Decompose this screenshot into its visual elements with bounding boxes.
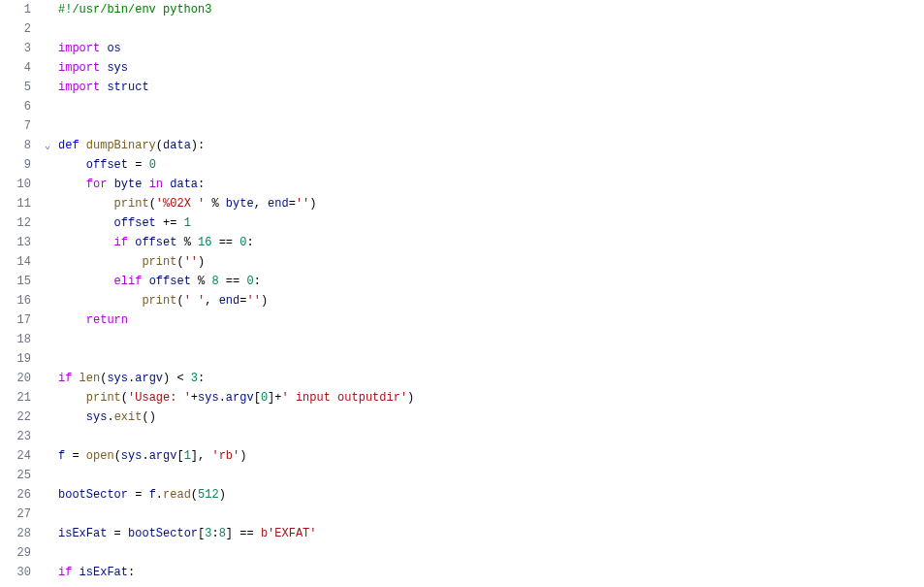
token-punct: :	[246, 236, 253, 249]
code-line[interactable]	[58, 427, 924, 446]
token-op: ==	[211, 236, 239, 249]
token-kw-ctrl: for	[86, 178, 108, 191]
token-str: 'Usage: '	[128, 391, 191, 405]
token-punct: .	[156, 488, 163, 502]
token-op	[107, 178, 113, 191]
fold-column[interactable]: ⌄	[39, 0, 56, 587]
token-punct: )	[219, 488, 226, 502]
token-ident: sys	[107, 372, 128, 385]
line-number: 13	[0, 233, 31, 252]
code-line[interactable]: print('')	[58, 252, 924, 272]
token-op	[58, 236, 114, 249]
token-punct: (	[191, 488, 198, 502]
token-punct: ,	[205, 294, 218, 308]
line-number: 5	[0, 78, 31, 97]
code-line[interactable]: print(' ', end='')	[58, 291, 924, 310]
line-number: 4	[0, 58, 31, 78]
token-punct: :	[211, 527, 218, 540]
code-line[interactable]	[58, 543, 924, 563]
token-ident: isExFat	[58, 527, 107, 540]
token-ident: bootSector	[58, 488, 128, 502]
token-punct: ] ==	[226, 527, 261, 540]
token-punct: :	[254, 275, 261, 288]
code-editor[interactable]: 1234567891011121314151617181920212223242…	[0, 0, 924, 587]
token-punct: .	[107, 410, 113, 424]
token-ident: isExFat	[80, 566, 128, 579]
token-punct: )	[309, 197, 316, 211]
token-str: ''	[246, 294, 260, 308]
code-line[interactable]: if offset % 16 == 0:	[58, 233, 924, 252]
code-line[interactable]	[58, 349, 924, 369]
code-line[interactable]: print('%02X ' % byte, end='')	[58, 194, 924, 213]
token-ident: end	[268, 197, 289, 211]
code-line[interactable]: offset += 1	[58, 213, 924, 233]
token-str: 'rb'	[211, 449, 239, 463]
token-op	[58, 255, 142, 269]
token-op	[58, 410, 86, 424]
token-fn: read	[163, 488, 191, 502]
code-line[interactable]	[58, 116, 924, 136]
line-number: 19	[0, 349, 31, 369]
line-number: 16	[0, 291, 31, 310]
code-line[interactable]	[58, 466, 924, 485]
token-op: ==	[219, 275, 247, 288]
code-line[interactable]: if isExFat:	[58, 563, 924, 582]
code-line[interactable]: def dumpBinary(data):	[58, 136, 924, 155]
code-line[interactable]: #!/usr/bin/env python3	[58, 0, 924, 19]
token-ident: byte	[226, 197, 254, 211]
token-punct: ):	[191, 139, 205, 152]
token-op	[58, 294, 142, 308]
code-line[interactable]: elif offset % 8 == 0:	[58, 272, 924, 291]
line-number: 9	[0, 155, 31, 175]
token-op	[58, 158, 86, 172]
code-line[interactable]	[58, 97, 924, 116]
token-ident: argv	[226, 391, 254, 405]
fold-chevron-down-icon[interactable]: ⌄	[42, 136, 53, 155]
token-str: ''	[296, 197, 309, 211]
code-line[interactable]: for byte in data:	[58, 175, 924, 194]
token-kw-ctrl: if	[114, 236, 128, 249]
token-punct: (	[114, 449, 121, 463]
token-op	[142, 275, 148, 288]
token-ident: offset	[135, 236, 176, 249]
token-num: 0	[261, 391, 268, 405]
code-line[interactable]: import os	[58, 39, 924, 58]
token-kw-def: def	[58, 139, 80, 152]
line-number: 14	[0, 252, 31, 272]
token-punct: :	[128, 566, 135, 579]
code-line[interactable]: offset = 0	[58, 155, 924, 175]
token-punct: (	[176, 255, 183, 269]
token-kw-ctrl: if	[58, 372, 72, 385]
token-kw-import: import	[58, 61, 100, 75]
token-kw-ctrl: return	[86, 313, 128, 327]
line-number: 12	[0, 213, 31, 233]
token-punct: .	[219, 391, 226, 405]
line-number: 6	[0, 97, 31, 116]
code-line[interactable]	[58, 505, 924, 524]
line-number: 23	[0, 427, 31, 446]
code-line[interactable]: import struct	[58, 78, 924, 97]
code-line[interactable]: return	[58, 310, 924, 330]
token-num: 512	[198, 488, 219, 502]
code-line[interactable]: isExFat = bootSector[3:8] == b'EXFAT'	[58, 524, 924, 543]
token-fn: exit	[114, 410, 143, 424]
token-op: +	[191, 391, 198, 405]
token-op	[58, 391, 86, 405]
token-num: 8	[219, 527, 226, 540]
token-num: 0	[149, 158, 156, 172]
code-line[interactable]	[58, 330, 924, 349]
line-number: 18	[0, 330, 31, 349]
code-line[interactable]: print('Usage: '+sys.argv[0]+' input outp…	[58, 388, 924, 408]
token-op	[58, 197, 114, 211]
code-line[interactable]: import sys	[58, 58, 924, 78]
line-number: 26	[0, 485, 31, 505]
code-line[interactable]: bootSector = f.read(512)	[58, 485, 924, 505]
token-punct: [	[176, 449, 183, 463]
line-number: 3	[0, 39, 31, 58]
code-area[interactable]: #!/usr/bin/env python3import osimport sy…	[56, 0, 924, 587]
code-line[interactable]: sys.exit()	[58, 408, 924, 427]
code-line[interactable]: if len(sys.argv) < 3:	[58, 369, 924, 388]
code-line[interactable]: f = open(sys.argv[1], 'rb')	[58, 446, 924, 466]
token-num: 0	[246, 275, 253, 288]
code-line[interactable]	[58, 19, 924, 39]
